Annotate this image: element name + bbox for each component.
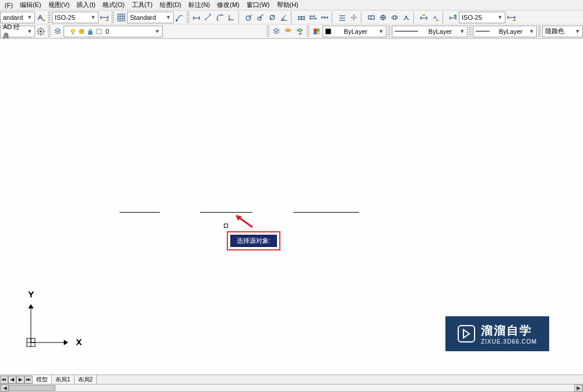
dim-baseline-button[interactable]	[307, 12, 319, 23]
color-value: ByLayer	[344, 28, 367, 35]
svg-rect-20	[317, 31, 319, 34]
tab-nav-first[interactable]: ⏮	[0, 376, 8, 384]
dim-style-2-value: ISO-25	[462, 14, 482, 21]
drawn-line-3[interactable]	[293, 212, 359, 213]
lineweight-dropdown[interactable]: ByLayer▾	[473, 26, 537, 37]
tab-nav-last[interactable]: ⏭	[24, 376, 33, 384]
svg-rect-6	[368, 16, 374, 19]
layer-on-icon	[69, 27, 77, 36]
tab-nav-prev[interactable]: ◀	[8, 376, 16, 384]
dim-style-button[interactable]	[505, 12, 517, 23]
scroll-left-button[interactable]: ◀	[1, 384, 9, 391]
menu-bar: (F) 编辑(E) 视图(V) 插入(I) 格式(O) 工具(T) 绘图(D) …	[0, 0, 583, 10]
text-style-dropdown[interactable]: andard▾	[0, 12, 35, 23]
dim-style-1-value: ISO-25	[55, 14, 75, 21]
plotstyle-value: 随颜色	[545, 27, 564, 36]
layer-iso-button[interactable]	[282, 26, 294, 37]
svg-rect-15	[89, 31, 92, 34]
inspect-button[interactable]	[389, 12, 401, 23]
dim-angular-button[interactable]	[278, 12, 290, 23]
tab-model[interactable]: 模型	[33, 375, 52, 384]
menu-help[interactable]: 帮助(H)	[273, 0, 302, 10]
menu-view[interactable]: 视图(V)	[45, 0, 73, 10]
dim-tedit-button[interactable]: A	[430, 12, 441, 23]
toolbar-row-1: andard▾ ISO-25▾ Standard▾ A ISO-25▾	[0, 10, 583, 24]
annotation-arrow-icon	[234, 213, 254, 228]
dim-jogged-button[interactable]	[255, 12, 266, 23]
linetype-preview-icon	[395, 31, 418, 31]
layer-properties-button[interactable]	[52, 26, 64, 37]
color-dropdown[interactable]: ByLayer▾	[322, 26, 387, 37]
svg-point-13	[71, 29, 75, 33]
annotation-highlight-box: 选择源对象:	[227, 231, 280, 250]
text-style-value: andard	[3, 14, 23, 21]
tab-layout2[interactable]: 布局2	[75, 375, 97, 384]
dim-continue-button[interactable]	[319, 12, 331, 23]
drawn-line-2[interactable]	[200, 212, 252, 213]
svg-rect-19	[314, 31, 317, 34]
scroll-right-button[interactable]: ▶	[574, 384, 582, 391]
workspace-dropdown[interactable]: AD 经典▾	[0, 26, 35, 37]
svg-rect-18	[317, 29, 319, 31]
watermark-url: ZIXUE.3D66.COM	[481, 338, 537, 345]
svg-point-10	[454, 15, 456, 17]
scroll-track[interactable]	[9, 385, 574, 391]
multileader-button[interactable]	[174, 12, 185, 23]
workspace-settings-button[interactable]	[35, 26, 47, 37]
tab-nav-next[interactable]: ▶	[16, 376, 24, 384]
dim-aligned-button[interactable]	[202, 12, 214, 23]
toolbar-row-2: AD 经典▾ 0 ▾ ByLayer▾ ByLayer▾ ByLayer▾ 随颜…	[0, 24, 583, 38]
tab-layout1[interactable]: 布局1	[52, 375, 75, 384]
layer-name: 0	[106, 28, 154, 35]
dim-space-button[interactable]	[336, 12, 348, 23]
jog-line-button[interactable]	[401, 12, 412, 23]
dim-arc-button[interactable]	[214, 12, 226, 23]
layer-dropdown[interactable]: 0 ▾	[64, 26, 163, 37]
dim-break-button[interactable]	[348, 12, 360, 23]
workspace-value: AD 经典	[3, 23, 26, 40]
dim-radius-button[interactable]	[243, 12, 255, 23]
linetype-dropdown[interactable]: ByLayer▾	[392, 26, 468, 37]
layer-prev-button[interactable]	[294, 26, 305, 37]
dim-update-button[interactable]	[447, 12, 459, 23]
color-button[interactable]	[311, 26, 322, 37]
lineweight-preview-icon	[476, 31, 490, 31]
svg-point-12	[40, 30, 42, 33]
svg-point-8	[392, 16, 398, 19]
svg-rect-16	[97, 29, 101, 34]
menu-insert[interactable]: 插入(I)	[73, 0, 99, 10]
menu-window[interactable]: 窗口(W)	[243, 0, 273, 10]
centermark-button[interactable]	[377, 12, 389, 23]
lineweight-value: ByLayer	[499, 28, 522, 35]
text-style-dropdown-2[interactable]: Standard▾	[127, 12, 174, 23]
menu-edit[interactable]: 编辑(E)	[16, 0, 45, 10]
dim-edit-button[interactable]	[418, 12, 430, 23]
menu-dimension[interactable]: 标注(N)	[185, 0, 213, 10]
menu-file[interactable]: (F)	[1, 1, 16, 10]
drawing-canvas[interactable]: 选择源对象: X Y 溜溜自学 ZIXUE.3D66.COM	[0, 40, 583, 375]
watermark-logo-icon	[458, 325, 475, 342]
dim-style-dropdown-2[interactable]: ISO-25▾	[459, 12, 505, 23]
menu-modify[interactable]: 修改(M)	[213, 0, 243, 10]
dim-quick-button[interactable]	[296, 12, 307, 23]
command-tooltip: 选择源对象:	[230, 235, 277, 247]
text-style-2-value: Standard	[130, 14, 156, 21]
plotstyle-dropdown[interactable]: 随颜色▾	[542, 26, 583, 37]
svg-rect-17	[314, 29, 317, 31]
table-style-button[interactable]	[115, 12, 127, 23]
menu-format[interactable]: 格式(O)	[99, 0, 128, 10]
dim-style-dropdown-1[interactable]: ISO-25▾	[52, 12, 99, 23]
dim-linear-button[interactable]	[191, 12, 202, 23]
menu-draw[interactable]: 绘图(D)	[156, 0, 185, 10]
drawn-line-1[interactable]	[120, 212, 160, 213]
dim-apply-button-1[interactable]	[99, 12, 110, 23]
scroll-thumb[interactable]	[9, 385, 55, 391]
menu-tools[interactable]: 工具(T)	[128, 0, 156, 10]
tolerance-button[interactable]	[366, 12, 377, 23]
horizontal-scrollbar[interactable]: ◀ ▶	[0, 384, 583, 392]
dim-ordinate-button[interactable]	[226, 12, 237, 23]
text-style-apply-button[interactable]	[35, 12, 47, 23]
dim-diameter-button[interactable]	[266, 12, 278, 23]
svg-rect-0	[118, 14, 125, 21]
layer-states-button[interactable]	[271, 26, 282, 37]
